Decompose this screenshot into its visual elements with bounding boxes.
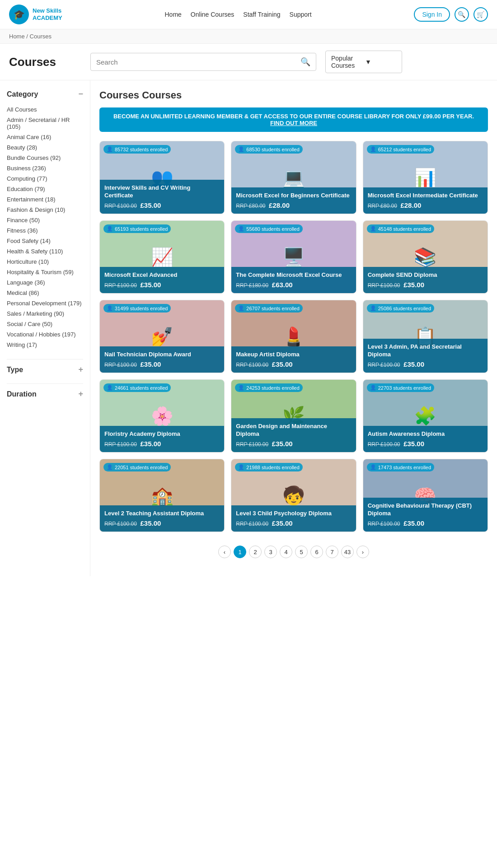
course-card[interactable]: 🧒 👤 21988 students enrolled Level 3 Chil… xyxy=(231,459,356,532)
sidebar-category-item[interactable]: Vocational / Hobbies (197) xyxy=(7,329,83,340)
sidebar-category-item[interactable]: Education (79) xyxy=(7,184,83,194)
course-card[interactable]: 🧠 👤 17473 students enrolled Cognitive Be… xyxy=(363,459,488,532)
page-number-button[interactable]: 4 xyxy=(280,546,292,558)
course-current-price: £35.00 xyxy=(140,201,161,209)
course-image: 🧒 👤 21988 students enrolled Level 3 Chil… xyxy=(231,459,356,532)
enrolled-badge: 👤 26707 students enrolled xyxy=(235,304,302,313)
page-number-button[interactable]: 2 xyxy=(249,546,262,558)
sidebar-category-item[interactable]: Business (236) xyxy=(7,163,83,173)
course-card[interactable]: 📚 👤 45148 students enrolled Complete SEN… xyxy=(363,220,488,294)
sidebar-category-item[interactable]: Admin / Secretarial / HR (105) xyxy=(7,115,83,132)
course-rrp: RRP £100.00 xyxy=(236,521,268,527)
page-number-button[interactable]: 43 xyxy=(341,546,354,558)
home-link[interactable]: Home xyxy=(164,11,181,18)
page-number-button[interactable]: 6 xyxy=(310,546,323,558)
banner-link[interactable]: FIND OUT MORE xyxy=(270,120,317,126)
course-current-price: £35.00 xyxy=(140,440,161,448)
course-card[interactable]: 💅 👤 31499 students enrolled Nail Technic… xyxy=(99,300,225,373)
course-card[interactable]: 🖥️ 👤 55680 students enrolled The Complet… xyxy=(231,220,356,294)
course-current-price: £35.00 xyxy=(272,440,293,448)
course-card[interactable]: 💄 👤 26707 students enrolled Makeup Artis… xyxy=(231,300,356,373)
course-card[interactable]: 🏫 👤 22051 students enrolled Level 2 Teac… xyxy=(99,459,225,532)
breadcrumb-home[interactable]: Home xyxy=(9,33,25,40)
course-card[interactable]: 💻 👤 68530 students enrolled Microsoft Ex… xyxy=(231,141,356,214)
page-number-button[interactable]: 1 xyxy=(234,546,246,558)
course-current-price: £28.00 xyxy=(400,201,421,209)
type-toggle[interactable]: + xyxy=(78,365,83,374)
user-icon: 👤 xyxy=(370,464,376,470)
support-link[interactable]: Support xyxy=(290,11,312,18)
signin-button[interactable]: Sign In xyxy=(414,7,450,22)
course-rrp: RRP £100.00 xyxy=(104,203,137,209)
page-number-button[interactable]: 5 xyxy=(295,546,308,558)
main-nav: Home Online Courses Staff Training Suppo… xyxy=(164,11,311,18)
sidebar-category-item[interactable]: Fitness (36) xyxy=(7,225,83,236)
sidebar-category-item[interactable]: Fashion & Design (10) xyxy=(7,205,83,215)
course-card[interactable]: 📈 👤 65193 students enrolled Microsoft Ex… xyxy=(99,220,225,294)
course-image: 💻 👤 68530 students enrolled Microsoft Ex… xyxy=(231,141,356,214)
course-image: 🏫 👤 22051 students enrolled Level 2 Teac… xyxy=(100,459,224,532)
staff-training-link[interactable]: Staff Training xyxy=(243,11,280,18)
course-rrp: RRP £100.00 xyxy=(104,362,137,368)
sidebar-category-item[interactable]: Language (36) xyxy=(7,277,83,288)
search-button[interactable]: 🔍 xyxy=(455,7,469,22)
enrolled-count: 65193 students enrolled xyxy=(115,226,168,232)
course-price: RRP £100.00 £35.00 xyxy=(104,201,220,209)
sidebar-category-item[interactable]: Computing (77) xyxy=(7,173,83,184)
course-card[interactable]: 🧩 👤 22703 students enrolled Autism Aware… xyxy=(363,379,488,453)
course-price: RRP £100.00 £35.00 xyxy=(236,360,351,368)
sidebar-category-item[interactable]: Food Safety (14) xyxy=(7,236,83,246)
enrolled-count: 24253 students enrolled xyxy=(246,385,299,391)
next-page-button[interactable]: › xyxy=(356,546,369,558)
course-info: Floristry Academy Diploma RRP £100.00 £3… xyxy=(100,426,224,452)
duration-toggle[interactable]: + xyxy=(78,389,83,399)
sidebar-category-item[interactable]: Writing (17) xyxy=(7,340,83,350)
course-price: RRP £80.00 £28.00 xyxy=(368,201,483,209)
sidebar-category-item[interactable]: Horticulture (10) xyxy=(7,257,83,267)
course-price: RRP £100.00 £35.00 xyxy=(104,519,220,527)
page-number-button[interactable]: 3 xyxy=(264,546,277,558)
course-info: The Complete Microsoft Excel Course RRP … xyxy=(231,267,356,293)
type-label: Type xyxy=(7,366,23,374)
course-image: 📈 👤 65193 students enrolled Microsoft Ex… xyxy=(100,221,224,293)
course-image: 🧩 👤 22703 students enrolled Autism Aware… xyxy=(363,380,488,452)
course-current-price: £35.00 xyxy=(140,281,161,289)
sidebar-category-item[interactable]: Beauty (28) xyxy=(7,142,83,153)
sidebar-category-item[interactable]: Finance (50) xyxy=(7,215,83,225)
sidebar-category-item[interactable]: Sales / Marketing (90) xyxy=(7,308,83,319)
sort-dropdown[interactable]: Popular Courses ▼ xyxy=(325,51,402,73)
course-card[interactable]: 🌿 👤 24253 students enrolled Garden Desig… xyxy=(231,379,356,453)
course-image: 💅 👤 31499 students enrolled Nail Technic… xyxy=(100,300,224,373)
content-title: Courses Courses xyxy=(99,89,488,101)
enrolled-count: 31499 students enrolled xyxy=(115,306,168,311)
search-icon[interactable]: 🔍 xyxy=(300,57,310,67)
user-icon: 👤 xyxy=(238,385,244,391)
sidebar-category-item[interactable]: Entertainment (18) xyxy=(7,194,83,205)
category-toggle[interactable]: − xyxy=(78,89,83,99)
search-input[interactable] xyxy=(96,58,300,66)
user-icon: 👤 xyxy=(238,464,244,470)
sidebar-category-item[interactable]: Animal Care (16) xyxy=(7,132,83,142)
course-price: RRP £100.00 £35.00 xyxy=(236,519,351,527)
sidebar-category-item[interactable]: Bundle Courses (92) xyxy=(7,153,83,163)
sidebar-category-item[interactable]: Hospitality & Tourism (59) xyxy=(7,267,83,277)
course-card[interactable]: 📋 👤 25086 students enrolled Level 3 Admi… xyxy=(363,300,488,373)
course-current-price: £63.00 xyxy=(272,281,293,289)
enrolled-count: 24661 students enrolled xyxy=(115,385,168,391)
page-number-button[interactable]: 7 xyxy=(326,546,338,558)
course-card[interactable]: 🌸 👤 24661 students enrolled Floristry Ac… xyxy=(99,379,225,453)
enrolled-badge: 👤 31499 students enrolled xyxy=(103,304,171,313)
course-card[interactable]: 👥 👤 85732 students enrolled Interview Sk… xyxy=(99,141,225,214)
logo[interactable]: 🎓 New SkillsACADEMY xyxy=(9,5,62,24)
sidebar-category-item[interactable]: All Courses xyxy=(7,104,83,115)
online-courses-link[interactable]: Online Courses xyxy=(191,11,234,18)
search-bar[interactable]: 🔍 xyxy=(90,53,316,71)
sidebar-category-item[interactable]: Health & Safety (110) xyxy=(7,246,83,257)
prev-page-button[interactable]: ‹ xyxy=(218,546,231,558)
sidebar-category-item[interactable]: Personal Development (179) xyxy=(7,298,83,308)
sidebar-category-item[interactable]: Social / Care (50) xyxy=(7,319,83,329)
sidebar-category-item[interactable]: Medical (86) xyxy=(7,288,83,298)
course-title: Nail Technician Diploma Award xyxy=(104,351,220,359)
course-card[interactable]: 📊 👤 65212 students enrolled Microsoft Ex… xyxy=(363,141,488,214)
cart-button[interactable]: 🛒 xyxy=(474,7,488,22)
